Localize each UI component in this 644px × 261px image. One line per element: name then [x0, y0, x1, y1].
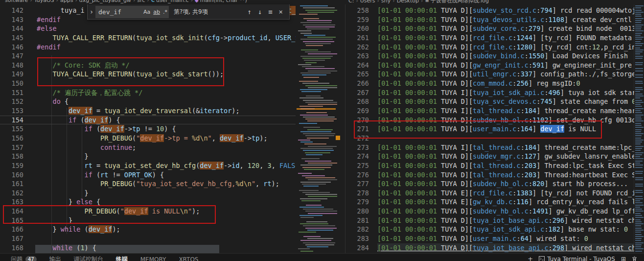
panel-tab-MEMORY[interactable]: MEMORY	[140, 256, 166, 261]
code-line[interactable]: 152 do {	[0, 97, 296, 106]
line-number[interactable]: 159	[0, 161, 37, 170]
find-input[interactable]: dev_if Aa ab .*	[95, 6, 169, 18]
line-number[interactable]: 258	[345, 6, 377, 15]
line-number[interactable]: 259	[345, 15, 377, 24]
log-line[interactable]: 269[01-01 00:00:01 TUYA I][tal_thread.c:…	[345, 106, 634, 116]
kill-terminal-icon[interactable]	[632, 256, 637, 261]
code-line[interactable]: 155 if (dev_if->tp != 10) {	[0, 124, 296, 134]
log-line[interactable]: 274[01-01 00:00:01 TUYA D][subdev_mgr.c:…	[345, 152, 634, 161]
line-number[interactable]: 162	[0, 189, 37, 198]
line-number[interactable]: 260	[345, 24, 377, 33]
line-number[interactable]: 265	[345, 70, 377, 79]
line-number[interactable]: 158	[0, 152, 37, 161]
breadcrumb-item[interactable]: apps	[60, 0, 73, 3]
line-number[interactable]: 167	[0, 234, 37, 243]
line-number[interactable]: 269	[345, 106, 377, 116]
line-number[interactable]: 262	[345, 43, 377, 52]
log-line[interactable]: 278[01-01 00:00:01 TUYA E][rcd_file.c:13…	[345, 189, 634, 198]
code-line[interactable]: 158 }	[0, 152, 296, 161]
whole-word-toggle[interactable]: ab	[152, 9, 161, 15]
log-line[interactable]: 267[01-01 00:00:01 TUYA I][tuya_iot_sdk_…	[345, 88, 634, 97]
code-line[interactable]: 162 }	[0, 189, 296, 198]
breadcrumb-item[interactable]: main(int, char **)	[200, 0, 247, 3]
line-number[interactable]: 277	[345, 179, 377, 189]
code-line[interactable]: 145 TUYA_CALL_ERR_RETURN(tuya_iot_sdk_in…	[0, 33, 296, 43]
line-number[interactable]: 142	[0, 6, 37, 15]
breadcrumb-item[interactable]: dxg_plc_tuyaos_gw	[79, 0, 131, 3]
line-number[interactable]: 264	[345, 61, 377, 70]
panel-tab-XRTOS[interactable]: XRTOS	[179, 256, 198, 261]
line-number[interactable]: 155	[0, 124, 37, 134]
line-number[interactable]: 166	[0, 225, 37, 234]
panel-tab-调试控制台[interactable]: 调试控制台	[74, 255, 103, 261]
code-line[interactable]: 144#else	[0, 24, 296, 33]
line-number[interactable]: 161	[0, 179, 37, 189]
log-line[interactable]: 279[01-01 00:00:01 TUYA E][gw_kv_db.c:11…	[345, 197, 634, 207]
line-number[interactable]: 263	[345, 51, 377, 61]
breadcrumb-item[interactable]: src	[137, 0, 145, 3]
minimap[interactable]	[296, 4, 337, 254]
log-line[interactable]: 276[01-01 00:00:01 TUYA D][tal_thread.c:…	[345, 170, 634, 180]
split-terminal-icon[interactable]: ⊞	[621, 256, 626, 261]
log-line[interactable]: 281[01-01 00:00:01 TUYA D][tuya_iot_base…	[345, 216, 634, 225]
line-number[interactable]: 143	[0, 15, 37, 24]
log-line[interactable]: 266[01-01 00:00:01 TUYA D][com_mmod.c:25…	[345, 79, 634, 88]
log-line[interactable]: 265[01-01 00:00:01 TUYA D][util_engr.c:3…	[345, 70, 634, 79]
log-line[interactable]: 268[01-01 00:00:01 TUYA D][tuya_svc_devo…	[345, 97, 634, 106]
line-number[interactable]: 168	[0, 243, 37, 253]
line-number[interactable]: 145	[0, 33, 37, 43]
line-number[interactable]: 273	[345, 143, 377, 152]
log-line[interactable]: 258[01-01 00:00:01 TUYA D][subdev_sto_rc…	[345, 6, 634, 15]
line-number[interactable]: 144	[0, 24, 37, 33]
line-number[interactable]: 281	[345, 216, 377, 225]
log-line[interactable]: 283[01-01 00:00:01 TUYA D][user_main.c:6…	[345, 234, 634, 243]
breadcrumb-item[interactable]: shy	[381, 0, 391, 4]
log-line[interactable]: 263[01-01 00:00:01 TUYA D][subdev_bind.c…	[345, 51, 634, 61]
line-number[interactable]: 151	[0, 88, 37, 97]
breadcrumb-item[interactable]: 子设备在线网络掉线.log	[431, 0, 489, 4]
line-number[interactable]: 152	[0, 97, 37, 106]
log-line[interactable]: 284[01-01 00:00:01 TUYA D][tuya_iot_base…	[345, 243, 634, 253]
line-number[interactable]: 150	[0, 79, 37, 88]
line-number[interactable]: 274	[345, 152, 377, 161]
log-line[interactable]: 280[01-01 00:00:01 TUYA D][subdev_hb_ol.…	[345, 207, 634, 216]
code-line[interactable]: 156 PR_DEBUG("dev_if->tp = %d\n", dev_if…	[0, 134, 296, 143]
log-line[interactable]: 282[01-01 00:00:01 TUYA D][tuya_iot_sdk_…	[345, 225, 634, 234]
code-line[interactable]: 160 if (rt != OPRT_OK) {	[0, 170, 296, 180]
code-line[interactable]: 151 /* 遍历子设备，配置心跳 */	[0, 88, 296, 97]
log-line[interactable]: 260[01-01 00:00:01 TUYA D][subdev_core.c…	[345, 24, 634, 33]
code-line[interactable]: 153 dev_if = tuya_iot_dev_traversal(&ite…	[0, 106, 296, 116]
match-case-toggle[interactable]: Aa	[142, 9, 152, 15]
log-line[interactable]: 275[01-01 00:00:01 TUYA D][tal_thread.c:…	[345, 161, 634, 170]
line-number[interactable]: 160	[0, 170, 37, 180]
log-line[interactable]: 262[01-01 00:00:01 TUYA D][rcd_file.c:12…	[345, 43, 634, 52]
log-line[interactable]: 261[01-01 00:00:01 TUYA D][rcd_file.c:12…	[345, 33, 634, 43]
breadcrumb-item[interactable]: TuyaOS	[34, 0, 54, 3]
next-match-icon[interactable]: ↓	[258, 8, 262, 16]
panel-tab-输出[interactable]: 输出	[49, 255, 61, 261]
code-line[interactable]: 166 } while (dev_if);	[0, 225, 296, 234]
breadcrumb-item[interactable]: Desktop	[397, 0, 419, 4]
code-line[interactable]: 159 rt = tuya_iot_set_dev_hb_cfg(dev_if-…	[0, 161, 296, 170]
line-number[interactable]: 261	[345, 33, 377, 43]
terminal-profile-selector[interactable]: Tuya Terminal - TuyaOS	[539, 256, 615, 261]
toggle-replace-icon[interactable]: ›	[88, 8, 95, 16]
line-number[interactable]: 156	[0, 134, 37, 143]
panel-tab-终端[interactable]: 终端	[116, 255, 128, 261]
line-number[interactable]: 146	[0, 43, 37, 52]
line-number[interactable]: 280	[345, 207, 377, 216]
line-number[interactable]: 148	[0, 61, 37, 70]
breadcrumb-item[interactable]: software	[5, 0, 28, 3]
code-line[interactable]: 161 PR_DEBUG("tuya_iot_set_dev_hb_cfg,%d…	[0, 179, 296, 189]
breadcrumb-item[interactable]: C:	[348, 0, 354, 4]
code-line[interactable]: 146#endif	[0, 43, 296, 52]
line-number[interactable]: 153	[0, 106, 37, 116]
line-number[interactable]: 276	[345, 170, 377, 180]
code-line[interactable]: 168 while (1) {	[0, 243, 296, 253]
line-number[interactable]: 154	[0, 116, 37, 125]
line-number[interactable]: 283	[345, 234, 377, 243]
previous-match-icon[interactable]: ↑	[247, 8, 251, 16]
breadcrumb[interactable]: C:›Users›shy›Desktop›≡子设备在线网络掉线.log	[348, 0, 489, 4]
close-icon[interactable]: ×	[279, 8, 283, 16]
log-line[interactable]: 273[01-01 00:00:01 TUYA I][tal_thread.c:…	[345, 143, 634, 152]
